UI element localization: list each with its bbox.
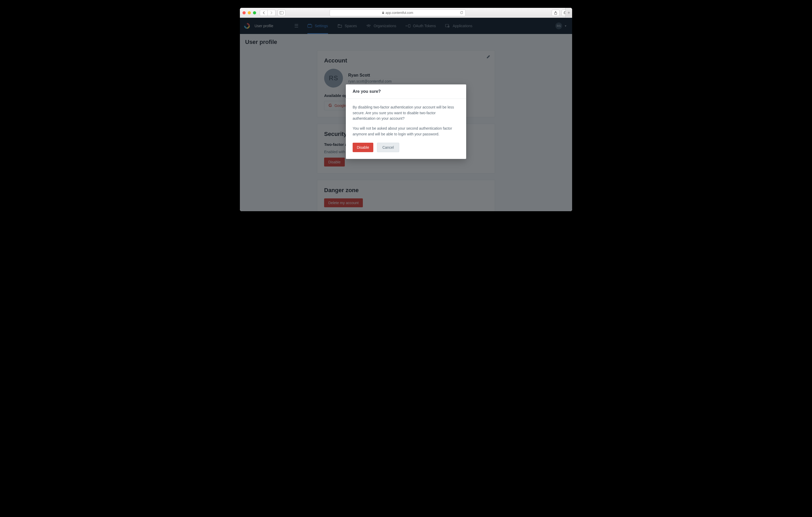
svg-rect-2 bbox=[382, 12, 384, 14]
nav-forward-button[interactable] bbox=[268, 10, 276, 16]
modal-confirm-button[interactable]: Disable bbox=[353, 143, 373, 152]
reload-icon[interactable] bbox=[460, 11, 463, 14]
window-minimize-button[interactable] bbox=[248, 11, 251, 14]
modal-confirm-label: Disable bbox=[357, 145, 369, 150]
share-button[interactable] bbox=[552, 10, 559, 16]
modal-title: Are you sure? bbox=[353, 89, 459, 94]
window-zoom-button[interactable] bbox=[253, 11, 256, 14]
browser-window: app.contentful.com + User profile ☰ bbox=[240, 8, 572, 211]
browser-toolbar: app.contentful.com bbox=[240, 8, 572, 18]
url-bar[interactable]: app.contentful.com bbox=[329, 9, 466, 16]
confirm-disable-2fa-modal: Are you sure? By disabling two-factor au… bbox=[346, 84, 466, 159]
url-text: app.contentful.com bbox=[385, 11, 413, 14]
sidebar-toggle-button[interactable] bbox=[278, 10, 285, 16]
app-viewport: User profile ☰ Settings Spaces bbox=[240, 18, 572, 211]
svg-rect-0 bbox=[280, 11, 284, 14]
window-controls bbox=[242, 11, 256, 14]
modal-body: By disabling two-factor authentication y… bbox=[346, 99, 466, 143]
modal-cancel-button[interactable]: Cancel bbox=[377, 143, 400, 152]
modal-overlay[interactable]: Are you sure? By disabling two-factor au… bbox=[240, 18, 572, 211]
modal-paragraph-2: You will not be asked about your second … bbox=[353, 126, 459, 137]
modal-actions: Disable Cancel bbox=[346, 143, 466, 159]
window-close-button[interactable] bbox=[242, 11, 245, 14]
nav-back-forward-group bbox=[260, 10, 276, 16]
nav-back-button[interactable] bbox=[260, 10, 268, 16]
new-tab-button[interactable]: + bbox=[565, 8, 572, 18]
lock-icon bbox=[382, 11, 384, 14]
modal-cancel-label: Cancel bbox=[382, 145, 394, 150]
modal-header: Are you sure? bbox=[346, 84, 466, 99]
modal-paragraph-1: By disabling two-factor authentication y… bbox=[353, 104, 459, 122]
